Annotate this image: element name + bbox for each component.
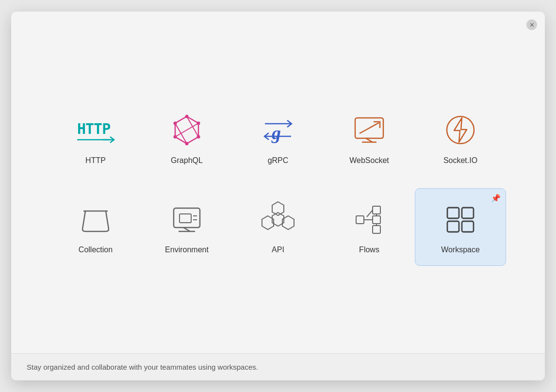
flows-label: Flows xyxy=(359,245,379,254)
grid-item-websocket[interactable]: WebSocket xyxy=(324,99,415,177)
websocket-icon xyxy=(350,111,389,149)
svg-text:HTTP: HTTP xyxy=(77,120,110,137)
workspace-label: Workspace xyxy=(441,245,480,254)
svg-text:g: g xyxy=(271,123,281,143)
http-icon: HTTP xyxy=(76,111,115,149)
grid-item-environment[interactable]: Environment xyxy=(141,188,232,266)
svg-rect-41 xyxy=(462,208,474,218)
svg-rect-42 xyxy=(447,221,459,232)
svg-line-19 xyxy=(360,123,379,133)
svg-line-39 xyxy=(367,210,373,217)
main-dialog: ✕ HTTP HTTP xyxy=(11,12,545,380)
grid-item-socketio[interactable]: Socket.IO xyxy=(415,99,506,177)
socketio-label: Socket.IO xyxy=(443,156,477,165)
socketio-icon xyxy=(441,111,480,149)
svg-rect-25 xyxy=(180,214,191,223)
svg-marker-29 xyxy=(272,202,284,215)
svg-point-11 xyxy=(174,135,177,139)
svg-point-12 xyxy=(174,122,177,125)
pin-icon: 📌 xyxy=(491,194,501,203)
svg-rect-32 xyxy=(373,206,380,214)
graphql-label: GraphQL xyxy=(171,156,203,165)
grid-item-workspace[interactable]: 📌 Workspace xyxy=(415,188,506,266)
grid-item-api[interactable]: API xyxy=(232,188,324,266)
api-label: API xyxy=(272,245,284,254)
svg-rect-35 xyxy=(373,226,380,233)
grid-item-flows[interactable]: Flows xyxy=(324,188,415,266)
collection-label: Collection xyxy=(79,245,113,254)
grid-item-http[interactable]: HTTP HTTP xyxy=(50,99,141,177)
svg-point-9 xyxy=(197,135,200,139)
close-button[interactable]: ✕ xyxy=(526,19,537,30)
svg-point-8 xyxy=(197,122,200,125)
grpc-icon: g xyxy=(259,111,297,149)
http-label: HTTP xyxy=(85,156,106,165)
environment-label: Environment xyxy=(165,245,209,254)
svg-rect-34 xyxy=(373,216,380,224)
svg-point-10 xyxy=(185,142,189,146)
svg-rect-33 xyxy=(356,216,364,224)
websocket-label: WebSocket xyxy=(349,156,389,165)
grid-item-collection[interactable]: Collection xyxy=(50,188,141,266)
collection-icon xyxy=(76,200,115,239)
svg-rect-43 xyxy=(462,221,474,232)
footer: Stay organized and collaborate with your… xyxy=(11,353,545,380)
items-grid-area: HTTP HTTP xyxy=(11,12,545,353)
svg-point-7 xyxy=(185,115,189,118)
footer-text: Stay organized and collaborate with your… xyxy=(27,363,258,371)
graphql-icon xyxy=(167,111,206,149)
grpc-label: gRPC xyxy=(268,156,289,165)
flows-icon xyxy=(350,200,389,239)
svg-rect-40 xyxy=(447,208,459,218)
grid-item-graphql[interactable]: GraphQL xyxy=(141,99,232,177)
grid-item-grpc[interactable]: g gRPC xyxy=(232,99,324,177)
api-icon xyxy=(259,200,297,239)
items-grid: HTTP HTTP xyxy=(50,99,506,266)
close-icon: ✕ xyxy=(529,22,535,28)
svg-rect-22 xyxy=(174,208,200,228)
environment-icon xyxy=(167,200,206,239)
workspace-icon xyxy=(441,200,480,239)
